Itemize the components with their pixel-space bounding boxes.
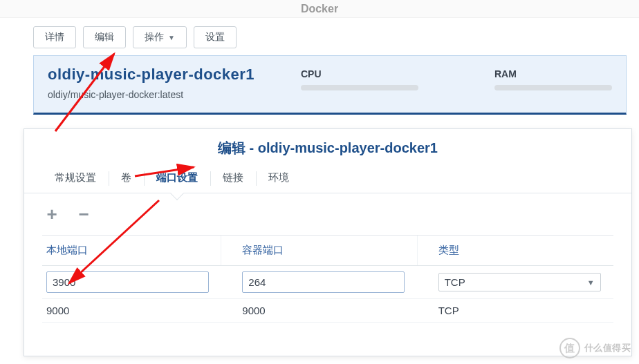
watermark-badge-icon: 值 xyxy=(559,338,580,358)
caret-down-icon: ▼ xyxy=(168,34,175,41)
edit-dialog: 编辑 - oldiy-music-player-docker1 常规设置 卷 端… xyxy=(24,128,632,356)
tab-volume[interactable]: 卷 xyxy=(109,164,144,193)
tab-port[interactable]: 端口设置 xyxy=(144,164,210,193)
table-row[interactable]: 9000 9000 TCP xyxy=(42,299,613,323)
add-row-icon[interactable]: + xyxy=(42,204,62,224)
type-select[interactable]: TCP ▼ xyxy=(438,273,601,291)
tab-env[interactable]: 环境 xyxy=(256,164,302,193)
tab-link[interactable]: 链接 xyxy=(210,164,256,193)
edit-label: 编辑 xyxy=(95,31,114,44)
action-label: 操作 xyxy=(145,31,164,44)
settings-button[interactable]: 设置 xyxy=(194,26,237,48)
cpu-label: CPU xyxy=(301,68,418,79)
remove-row-icon[interactable]: − xyxy=(74,204,93,224)
dialog-title: 编辑 - oldiy-music-player-docker1 xyxy=(24,129,631,164)
header-local-port[interactable]: 本地端口 xyxy=(42,236,221,265)
watermark: 值 什么值得买 xyxy=(559,338,631,358)
details-label: 详情 xyxy=(45,31,64,44)
details-button[interactable]: 详情 xyxy=(33,26,76,48)
chevron-down-icon: ▼ xyxy=(587,278,595,287)
tab-general[interactable]: 常规设置 xyxy=(42,164,109,193)
cpu-stat: CPU xyxy=(301,68,418,90)
toolbar: 详情 编辑 操作 ▼ 设置 xyxy=(0,18,639,55)
dialog-tabs: 常规设置 卷 端口设置 链接 环境 xyxy=(24,164,631,193)
header-container-port[interactable]: 容器端口 xyxy=(238,236,417,265)
table-row[interactable]: TCP ▼ xyxy=(42,266,613,299)
ram-stat: RAM xyxy=(494,68,612,90)
watermark-text: 什么值得买 xyxy=(584,342,631,354)
container-port-input[interactable] xyxy=(242,271,405,293)
ram-bar xyxy=(494,85,612,90)
window-title: Docker xyxy=(0,0,639,18)
grid-header: 本地端口 容器端口 类型 xyxy=(42,236,613,266)
header-type[interactable]: 类型 xyxy=(434,236,613,265)
action-dropdown-button[interactable]: 操作 ▼ xyxy=(133,26,187,48)
docker-window: Docker 详情 编辑 操作 ▼ 设置 oldiy-music-player-… xyxy=(0,0,639,364)
container-image: oldiy/music-player-docker:latest xyxy=(48,89,612,100)
local-port-input[interactable] xyxy=(46,271,209,293)
edit-button[interactable]: 编辑 xyxy=(83,26,126,48)
container-card[interactable]: oldiy-music-player-docker1 oldiy/music-p… xyxy=(33,55,627,115)
settings-label: 设置 xyxy=(205,31,225,44)
container-stats: CPU RAM xyxy=(301,68,612,90)
type-value: TCP xyxy=(445,276,465,288)
ram-label: RAM xyxy=(494,68,612,79)
local-port-cell: 9000 xyxy=(42,299,221,322)
cpu-bar xyxy=(301,85,418,90)
row-action-icons: + − xyxy=(24,193,631,229)
port-grid: 本地端口 容器端口 类型 TCP ▼ 9000 9000 TCP xyxy=(42,235,613,323)
container-port-cell: 9000 xyxy=(238,299,417,322)
type-cell: TCP xyxy=(434,299,613,322)
